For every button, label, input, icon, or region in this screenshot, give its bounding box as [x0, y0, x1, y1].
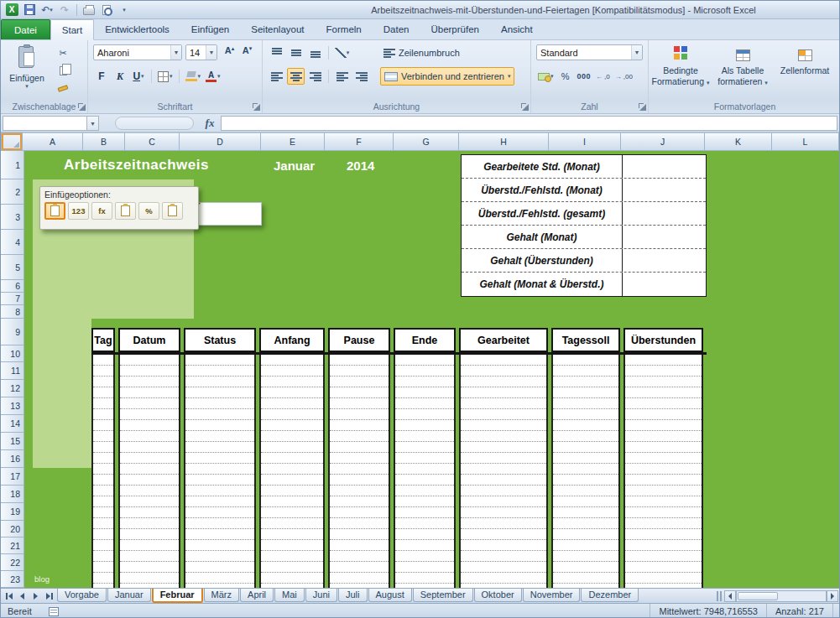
paste-option-values-number-formatting[interactable]: %: [138, 202, 159, 220]
row-header-3[interactable]: 3: [1, 205, 24, 230]
table-cell-status-1[interactable]: [185, 355, 254, 366]
table-cell-gearbeitet-13[interactable]: [461, 486, 546, 496]
table-cell-ende-3[interactable]: [395, 377, 454, 387]
table-cell-datum-5[interactable]: [120, 398, 179, 409]
column-header-g[interactable]: G: [394, 132, 459, 151]
borders-dropdown-icon[interactable]: ▾: [170, 73, 173, 80]
table-cell-tagessoll-7[interactable]: [553, 420, 618, 431]
table-cell-anfang-2[interactable]: [261, 366, 323, 377]
table-cell-tag-1[interactable]: [93, 355, 113, 366]
summary-value-4[interactable]: [623, 226, 706, 248]
conditional-formatting-dropdown-icon[interactable]: ▾: [707, 80, 710, 86]
table-cell-tagessoll-2[interactable]: [553, 366, 618, 377]
font-name-dropdown-icon[interactable]: ▼: [170, 45, 181, 60]
table-cell-tag-6[interactable]: [93, 409, 113, 420]
table-cell-ende-16[interactable]: [395, 518, 454, 529]
table-cell-datum-1[interactable]: [120, 355, 179, 366]
table-cell-pause-15[interactable]: [330, 507, 389, 518]
row-header-18[interactable]: 18: [1, 486, 24, 503]
summary-label-5[interactable]: Gehalt (Überstunden): [462, 249, 623, 272]
redo-button[interactable]: ↷: [57, 3, 72, 18]
table-cell-datum-20[interactable]: [120, 562, 179, 573]
table-cell-gearbeitet-21[interactable]: [461, 573, 546, 584]
row-header-4[interactable]: 4: [1, 230, 24, 255]
table-cell-anfang-13[interactable]: [261, 486, 323, 496]
table-cell-status-5[interactable]: [185, 398, 254, 409]
table-cell-tagessoll-11[interactable]: [553, 464, 618, 475]
paste-button[interactable]: Einfügen ▾: [7, 44, 47, 99]
sheet-tab-juli[interactable]: Juli: [338, 589, 368, 602]
column-header-j[interactable]: J: [621, 132, 705, 151]
format-as-table-button[interactable]: Als Tabelle formatieren ▾: [712, 44, 773, 99]
table-cell-gearbeitet-7[interactable]: [461, 420, 546, 431]
table-cell-anfang-19[interactable]: [261, 551, 323, 562]
macro-record-icon[interactable]: [49, 607, 59, 616]
table-cell-tag-7[interactable]: [93, 420, 113, 431]
summary-label-3[interactable]: Überstd./Fehlstd. (gesamt): [462, 202, 623, 225]
table-cell-ende-14[interactable]: [395, 496, 454, 507]
ribbon-tab-seitenlayout[interactable]: Seitenlayout: [240, 19, 315, 39]
table-cell-status-16[interactable]: [185, 518, 254, 529]
scrollbar-thumb[interactable]: [738, 592, 778, 600]
table-cell-pause-7[interactable]: [330, 420, 389, 431]
underline-button[interactable]: U▾: [130, 68, 147, 85]
table-cell-ueberstunden-18[interactable]: [625, 540, 702, 551]
name-box[interactable]: [3, 116, 87, 131]
table-cell-tag-5[interactable]: [93, 398, 113, 409]
table-cell-tag-10[interactable]: [93, 453, 113, 464]
sheet-tab-januar[interactable]: Januar: [107, 589, 151, 602]
table-cell-gearbeitet-9[interactable]: [461, 442, 546, 453]
table-cell-gearbeitet-18[interactable]: [461, 540, 546, 551]
sheet-tab-maerz[interactable]: März: [204, 589, 239, 602]
table-cell-tagessoll-15[interactable]: [553, 507, 618, 518]
table-cell-gearbeitet-8[interactable]: [461, 431, 546, 442]
table-cell-status-3[interactable]: [185, 377, 254, 387]
sheet-canvas[interactable]: Arbeitszeitnachweis Januar 2014 Gearbeit…: [24, 151, 840, 588]
row-header-11[interactable]: 11: [1, 362, 24, 380]
table-cell-status-6[interactable]: [185, 409, 254, 420]
table-cell-anfang-12[interactable]: [261, 475, 323, 486]
table-cell-tag-21[interactable]: [93, 573, 113, 584]
row-header-19[interactable]: 19: [1, 503, 24, 521]
table-cell-datum-7[interactable]: [120, 420, 179, 431]
table-cell-datum-13[interactable]: [120, 486, 179, 496]
table-cell-ende-1[interactable]: [395, 355, 454, 366]
table-cell-tag-2[interactable]: [93, 366, 113, 377]
sheet-tab-mai[interactable]: Mai: [274, 589, 305, 602]
column-header-c[interactable]: C: [125, 132, 180, 151]
table-cell-pause-20[interactable]: [330, 562, 389, 573]
column-header-h[interactable]: H: [459, 132, 549, 151]
table-cell-ueberstunden-21[interactable]: [625, 573, 702, 584]
table-cell-datum-21[interactable]: [120, 573, 179, 584]
table-cell-status-14[interactable]: [185, 496, 254, 507]
table-cell-ueberstunden-11[interactable]: [625, 464, 702, 475]
table-cell-status-9[interactable]: [185, 442, 254, 453]
table-cell-ueberstunden-3[interactable]: [625, 377, 702, 387]
table-cell-ueberstunden-16[interactable]: [625, 518, 702, 529]
table-cell-pause-18[interactable]: [330, 540, 389, 551]
table-cell-tag-13[interactable]: [93, 486, 113, 496]
table-cell-ende-2[interactable]: [395, 366, 454, 377]
row-header-13[interactable]: 13: [1, 397, 24, 415]
table-cell-ende-21[interactable]: [395, 573, 454, 584]
table-cell-ende-8[interactable]: [395, 431, 454, 442]
summary-label-4[interactable]: Gehalt (Monat): [462, 226, 623, 248]
row-header-17[interactable]: 17: [1, 468, 24, 486]
print-button[interactable]: [81, 3, 97, 18]
bold-button[interactable]: F: [93, 68, 110, 85]
summary-label-2[interactable]: Überstd./Fehlstd. (Monat): [462, 179, 623, 201]
clipboard-dialog-launcher[interactable]: [77, 102, 86, 111]
summary-label-1[interactable]: Gearbeitete Std. (Monat): [462, 155, 623, 178]
table-cell-datum-17[interactable]: [120, 529, 179, 540]
table-cell-anfang-16[interactable]: [261, 518, 323, 529]
table-cell-status-11[interactable]: [185, 464, 254, 475]
table-cell-gearbeitet-15[interactable]: [461, 507, 546, 518]
table-cell-anfang-3[interactable]: [261, 377, 323, 387]
table-cell-pause-19[interactable]: [330, 551, 389, 562]
table-cell-gearbeitet-4[interactable]: [461, 387, 546, 398]
table-cell-ende-4[interactable]: [395, 387, 454, 398]
table-cell-gearbeitet-19[interactable]: [461, 551, 546, 562]
sheet-tab-vorgabe[interactable]: Vorgabe: [57, 589, 107, 602]
table-cell-ueberstunden-19[interactable]: [625, 551, 702, 562]
table-cell-ende-5[interactable]: [395, 398, 454, 409]
